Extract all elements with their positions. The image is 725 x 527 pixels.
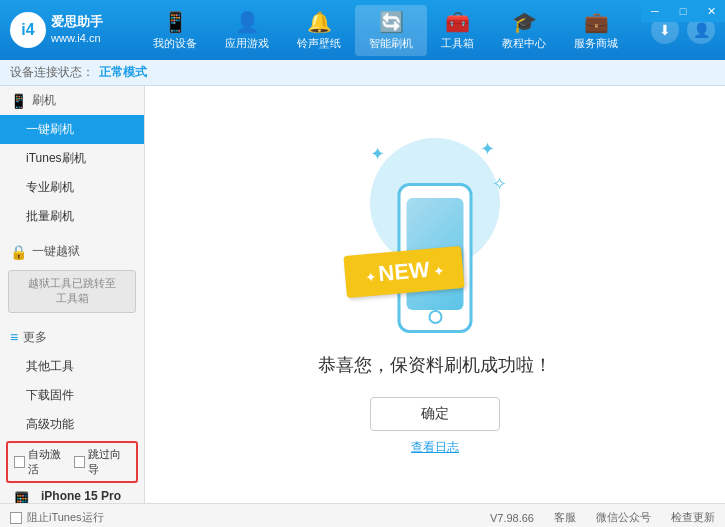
window-controls: ─ □ ✕ (641, 0, 725, 22)
itunes-label: 阻止iTunes运行 (27, 510, 104, 525)
maximize-button[interactable]: □ (669, 0, 697, 22)
sidebar-item-download-firmware[interactable]: 下载固件 (0, 381, 144, 410)
logo: i4 爱思助手 www.i4.cn (10, 12, 120, 48)
logo-text: 爱思助手 www.i4.cn (51, 14, 103, 45)
version-label: V7.98.66 (490, 512, 534, 524)
sidebar-item-pro-flash[interactable]: 专业刷机 (0, 173, 144, 202)
nav-service[interactable]: 💼 服务商城 (560, 5, 632, 56)
auto-activate-checkbox-label[interactable]: 自动激活 (14, 447, 70, 477)
footer-right: V7.98.66 客服 微信公众号 检查更新 (490, 510, 715, 525)
success-message: 恭喜您，保资料刷机成功啦！ (318, 353, 552, 377)
sidebar-item-one-key-flash[interactable]: 一键刷机 (0, 115, 144, 144)
success-illustration: ✦ ✦ ✧ NEW (355, 133, 515, 333)
main-content: ✦ ✦ ✧ NEW 恭喜您，保资料刷机成功啦！ 确定 查看日志 (145, 86, 725, 503)
footer-wechat[interactable]: 微信公众号 (596, 510, 651, 525)
nav-my-device[interactable]: 📱 我的设备 (139, 5, 211, 56)
more-icon: ≡ (10, 329, 18, 345)
footer-check-update[interactable]: 检查更新 (671, 510, 715, 525)
status-bar: 设备连接状态： 正常模式 (0, 60, 725, 86)
sidebar-item-itunes-flash[interactable]: iTunes刷机 (0, 144, 144, 173)
nav-toolbox[interactable]: 🧰 工具箱 (427, 5, 488, 56)
flash-section-icon: 📱 (10, 93, 27, 109)
nav-smart-flash[interactable]: 🔄 智能刷机 (355, 5, 427, 56)
device-phone-icon: 📱 (8, 491, 35, 503)
itunes-checkbox[interactable] (10, 512, 22, 524)
auto-activate-checkbox[interactable] (14, 456, 25, 468)
app-footer: 阻止iTunes运行 V7.98.66 客服 微信公众号 检查更新 (0, 503, 725, 527)
sidebar: 📱 刷机 一键刷机 iTunes刷机 专业刷机 批量刷机 🔒 一键越狱 越狱工具… (0, 86, 145, 503)
close-button[interactable]: ✕ (697, 0, 725, 22)
footer-customer-service[interactable]: 客服 (554, 510, 576, 525)
ringtone-icon: 🔔 (307, 10, 332, 34)
nav-tutorial[interactable]: 🎓 教程中心 (488, 5, 560, 56)
minimize-button[interactable]: ─ (641, 0, 669, 22)
sidebar-item-advanced[interactable]: 高级功能 (0, 410, 144, 439)
sidebar-disabled-notice: 越狱工具已跳转至工具箱 (8, 270, 136, 313)
sparkle-3: ✧ (492, 173, 507, 195)
confirm-button[interactable]: 确定 (370, 397, 500, 431)
log-link[interactable]: 查看日志 (411, 439, 459, 456)
sidebar-item-batch-flash[interactable]: 批量刷机 (0, 202, 144, 231)
main-nav: 📱 我的设备 👤 应用游戏 🔔 铃声壁纸 🔄 智能刷机 🧰 工具箱 🎓 教程中心… (120, 5, 651, 56)
auto-activate-row: 自动激活 跳过向导 (6, 441, 138, 483)
device-info: iPhone 15 Pro Max 512GB iPhone (41, 489, 136, 503)
my-device-icon: 📱 (163, 10, 188, 34)
app-header: i4 爱思助手 www.i4.cn 📱 我的设备 👤 应用游戏 🔔 铃声壁纸 🔄… (0, 0, 725, 60)
sidebar-item-other-tools[interactable]: 其他工具 (0, 352, 144, 381)
tutorial-icon: 🎓 (512, 10, 537, 34)
device-name: iPhone 15 Pro Max (41, 489, 136, 503)
nav-ringtone[interactable]: 🔔 铃声壁纸 (283, 5, 355, 56)
device-entry: 📱 iPhone 15 Pro Max 512GB iPhone (0, 485, 144, 503)
sidebar-section-flash[interactable]: 📱 刷机 (0, 86, 144, 115)
nav-apps-games[interactable]: 👤 应用游戏 (211, 5, 283, 56)
apps-games-icon: 👤 (235, 10, 260, 34)
sparkle-2: ✦ (480, 138, 495, 160)
phone-button (428, 310, 442, 324)
sidebar-section-jailbreak: 🔒 一键越狱 (0, 237, 144, 266)
smart-flash-icon: 🔄 (379, 10, 404, 34)
sidebar-section-more[interactable]: ≡ 更多 (0, 323, 144, 352)
service-icon: 💼 (584, 10, 609, 34)
sparkle-1: ✦ (370, 143, 385, 165)
toolbox-icon: 🧰 (445, 10, 470, 34)
guide-repair-checkbox-label[interactable]: 跳过向导 (74, 447, 130, 477)
logo-circle: i4 (10, 12, 46, 48)
main-layout: 📱 刷机 一键刷机 iTunes刷机 专业刷机 批量刷机 🔒 一键越狱 越狱工具… (0, 86, 725, 503)
footer-left: 阻止iTunes运行 (10, 510, 104, 525)
guide-repair-checkbox[interactable] (74, 456, 85, 468)
lock-icon: 🔒 (10, 244, 27, 260)
